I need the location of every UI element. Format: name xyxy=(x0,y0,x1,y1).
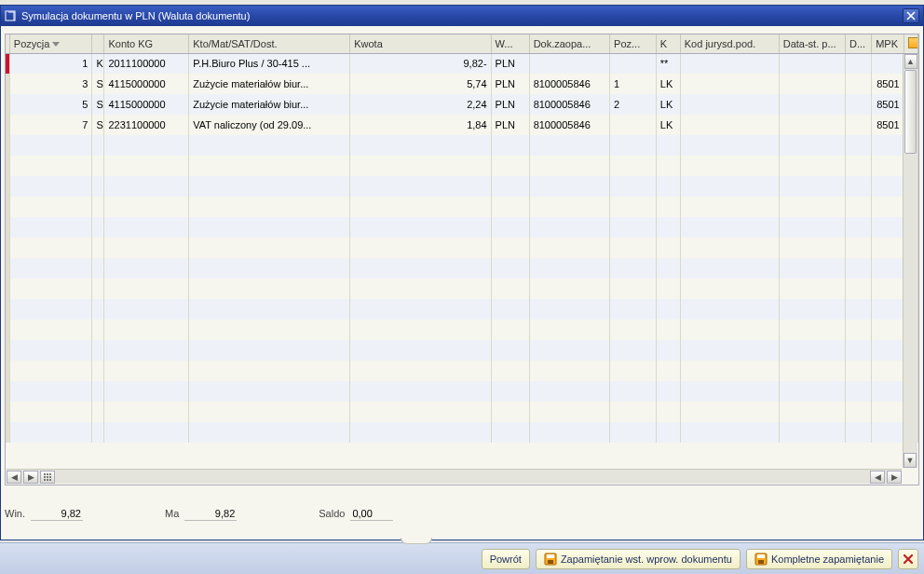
cell-kwota[interactable]: 5,74 xyxy=(350,74,491,94)
cell-mpk[interactable]: 8501 xyxy=(872,74,904,94)
cell-k[interactable]: LK xyxy=(656,115,680,135)
scroll-left-button-2[interactable]: ◀ xyxy=(870,471,885,484)
powrot-button[interactable]: Powrót xyxy=(482,549,530,569)
col-jurysd[interactable]: Kod jurysd.pod. xyxy=(680,34,779,53)
table-row[interactable] xyxy=(6,258,918,279)
cell-jurysd[interactable] xyxy=(680,74,779,94)
cell-konto[interactable]: 4115000000 xyxy=(104,94,189,115)
cell-mpk[interactable]: 8501 xyxy=(872,94,904,115)
cancel-button[interactable] xyxy=(898,549,918,569)
cell-d[interactable] xyxy=(846,53,872,74)
cell-data[interactable] xyxy=(779,53,845,74)
cell-k[interactable]: LK xyxy=(656,94,680,115)
cell-poz[interactable]: 1 xyxy=(610,74,657,94)
close-button[interactable] xyxy=(903,8,919,23)
table-row[interactable] xyxy=(6,340,918,361)
scroll-up-button[interactable]: ▲ xyxy=(904,54,917,69)
scroll-right-button-2[interactable]: ▶ xyxy=(887,471,902,484)
table-row[interactable] xyxy=(6,135,918,156)
table-row[interactable]: 1K2011100000P.H.Biuro Plus / 30-415 ...9… xyxy=(6,53,918,74)
cell-pozycja[interactable]: 7 xyxy=(9,115,92,135)
kompletne-zapamietanie-button[interactable]: Kompletne zapamiętanie xyxy=(746,549,892,569)
cell-pozycja[interactable]: 3 xyxy=(9,74,92,94)
cell-poz[interactable] xyxy=(610,115,657,135)
table-config-icon[interactable] xyxy=(908,37,918,48)
cell-data[interactable] xyxy=(779,115,845,135)
scroll-down-button[interactable]: ▼ xyxy=(904,453,917,468)
scroll-thumb[interactable] xyxy=(904,70,917,154)
col-konto[interactable]: Konto KG xyxy=(104,34,189,53)
col-poz[interactable]: Poz... xyxy=(610,34,657,53)
cell-konto[interactable]: 2231100000 xyxy=(104,115,189,135)
table-row[interactable] xyxy=(6,422,918,443)
cell-waluta[interactable]: PLN xyxy=(491,74,529,94)
col-mpk[interactable]: MPK xyxy=(872,34,904,53)
cell-jurysd[interactable] xyxy=(680,94,779,115)
table-row[interactable] xyxy=(6,402,918,422)
cell-jurysd[interactable] xyxy=(680,115,779,135)
table-row[interactable] xyxy=(6,320,918,340)
col-waluta[interactable]: W... xyxy=(491,34,529,53)
col-pozycja[interactable]: Pozycja xyxy=(9,34,92,53)
zapamietanie-wst-button[interactable]: Zapamiętanie wst. wprow. dokumentu xyxy=(536,549,741,569)
table-row[interactable] xyxy=(6,217,918,238)
cell-kwota[interactable]: 9,82- xyxy=(350,53,491,74)
table-row[interactable] xyxy=(6,299,918,320)
cell-k1[interactable]: K xyxy=(92,53,104,74)
col-k[interactable]: K xyxy=(656,34,680,53)
cell-k1[interactable]: S xyxy=(92,74,104,94)
cell-k1[interactable]: S xyxy=(92,115,104,135)
col-k1[interactable] xyxy=(92,34,104,53)
cell-kwota[interactable]: 1,84 xyxy=(350,115,491,135)
cell-kto[interactable]: Zużycie materiałów biur... xyxy=(189,74,350,94)
cell-kto[interactable]: VAT naliczony (od 29.09... xyxy=(189,115,350,135)
cell-kto[interactable]: Zużycie materiałów biur... xyxy=(189,94,350,115)
table-row[interactable] xyxy=(6,238,918,258)
cell-d[interactable] xyxy=(846,74,872,94)
cell-dok[interactable]: 8100005846 xyxy=(529,115,609,135)
cell-waluta[interactable]: PLN xyxy=(491,94,529,115)
horizontal-scrollbar[interactable]: ◀ ▶ ◀ ▶ xyxy=(7,469,902,484)
table-row[interactable]: 3S4115000000Zużycie materiałów biur...5,… xyxy=(6,74,918,94)
table-row[interactable]: 5S4115000000Zużycie materiałów biur...2,… xyxy=(6,94,918,115)
table-row[interactable] xyxy=(6,176,918,197)
cell-mpk[interactable]: 8501 xyxy=(872,115,904,135)
table-row[interactable] xyxy=(6,381,918,402)
scroll-right-button[interactable]: ▶ xyxy=(23,471,38,484)
cell-konto[interactable]: 2011100000 xyxy=(104,53,189,74)
table-row[interactable] xyxy=(6,361,918,381)
cell-waluta[interactable]: PLN xyxy=(491,115,529,135)
col-dok[interactable]: Dok.zaopa... xyxy=(529,34,609,53)
table-row[interactable] xyxy=(6,156,918,176)
cell-pozycja[interactable]: 5 xyxy=(9,94,92,115)
cell-dok[interactable] xyxy=(529,53,609,74)
cell-k1[interactable]: S xyxy=(92,94,104,115)
cell-data[interactable] xyxy=(779,74,845,94)
cell-poz[interactable] xyxy=(610,53,657,74)
col-kwota[interactable]: Kwota xyxy=(350,34,491,53)
table-row[interactable] xyxy=(6,279,918,299)
cell-d[interactable] xyxy=(846,115,872,135)
cell-dok[interactable]: 8100005846 xyxy=(529,74,609,94)
table-row[interactable] xyxy=(6,197,918,217)
cell-d[interactable] xyxy=(846,94,872,115)
cell-mpk[interactable] xyxy=(872,53,904,74)
cell-data[interactable] xyxy=(779,94,845,115)
cell-jurysd[interactable] xyxy=(680,53,779,74)
col-kto[interactable]: Kto/Mat/SAT/Dost. xyxy=(189,34,350,53)
table-row[interactable]: 7S2231100000VAT naliczony (od 29.09...1,… xyxy=(6,115,918,135)
cell-k[interactable]: ** xyxy=(656,53,680,74)
cell-waluta[interactable]: PLN xyxy=(491,53,529,74)
cell-dok[interactable]: 8100005846 xyxy=(529,94,609,115)
col-d[interactable]: D... xyxy=(846,34,872,53)
col-data[interactable]: Data-st. p... xyxy=(779,34,845,53)
vertical-scrollbar[interactable]: ▲ ▼ xyxy=(903,54,917,468)
cell-kto[interactable]: P.H.Biuro Plus / 30-415 ... xyxy=(189,53,350,74)
cell-pozycja[interactable]: 1 xyxy=(9,53,92,74)
scroll-left-button[interactable]: ◀ xyxy=(7,471,21,484)
col-config[interactable] xyxy=(904,34,917,53)
cell-k[interactable]: LK xyxy=(656,74,680,94)
cell-kwota[interactable]: 2,24 xyxy=(350,94,491,115)
cell-konto[interactable]: 4115000000 xyxy=(104,74,189,94)
grid-options-button[interactable] xyxy=(40,471,55,484)
